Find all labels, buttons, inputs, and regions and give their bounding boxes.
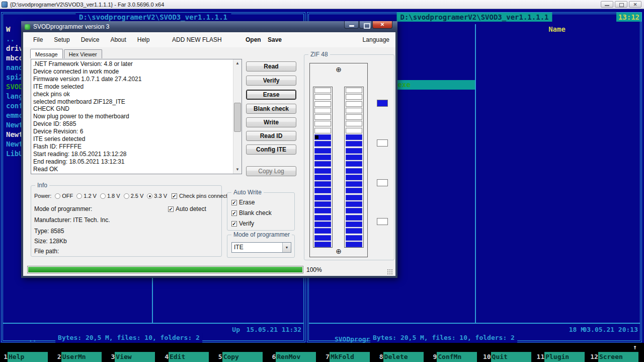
tab-hex-viewer[interactable]: Hex Viewer [64,49,102,58]
radio-icon [147,193,152,199]
close-icon[interactable] [629,1,641,8]
log-line: ITE series detected [33,135,231,143]
file-item-mbcc[interactable]: mbcc [6,53,23,63]
history-arrow-icon[interactable]: ↑ [633,343,637,352]
keybar-screen[interactable]: 12Screen [590,352,644,362]
command-line[interactable]: D:\svodprogramerV2\SVOD3_ver1.1.1.1> ↑ [0,343,644,352]
radio-label: 2.5 V [131,193,144,199]
power-label: Power: [34,193,51,199]
keybar-number: 10 [483,352,491,362]
log-line: Device Revision: 6 [33,128,231,135]
pin-marker-dot [315,135,318,139]
read-button[interactable]: Read [246,61,296,71]
log-line: Now plug power to the motherboard [33,113,231,120]
auto-write-blank-check[interactable]: Blank check [231,209,294,216]
menu-help[interactable]: Help [137,32,150,47]
check-pins-option[interactable]: Check pins connect [172,193,227,199]
menu-add-new-flash[interactable]: ADD NEW FLASH [172,32,222,47]
resize-grip[interactable] [387,269,392,274]
keybar-label: RenMov [276,352,316,362]
file-item-newt[interactable]: Newt [6,139,23,149]
file-item-libu[interactable]: LibU [6,149,23,159]
minimize-icon[interactable] [601,1,613,8]
auto-detect-option[interactable]: Auto detect [168,205,206,212]
menu-about[interactable]: About [110,32,126,47]
menu-save[interactable]: Save [268,32,282,47]
keybar-quit[interactable]: 10Quit [483,352,537,362]
power-radio-3-3-v[interactable]: 3.3 V [147,193,167,199]
pin-slot [346,181,362,187]
file-item-spi2[interactable]: spi2 [6,73,23,82]
file-item-newt[interactable]: Newt [6,130,23,139]
keybar-label: Help [8,352,48,362]
verify-button[interactable]: Verify [246,76,296,86]
menu-open[interactable]: Open [246,32,261,47]
menu-language[interactable]: Language [363,32,389,47]
read-id-button[interactable]: Read ID [246,131,296,141]
config-ite-button[interactable]: Config ITE [246,144,296,155]
keybar-confmn[interactable]: 9ConfMn [429,352,483,362]
power-radio-off[interactable]: OFF [55,193,73,199]
erase-button[interactable]: Erase [246,90,296,100]
file-item-newt[interactable]: Newt [6,120,23,130]
restore-icon[interactable] [615,1,627,8]
pin-slot [346,242,362,247]
message-log[interactable]: ▲ ▼ .NET Framework Version: 4.8 or later… [31,59,242,174]
mode-of-programmer-select[interactable]: ITE ▼ [231,242,291,253]
right-panel-path[interactable]: D:\svodprogramerV2\SVOD3_ver1.1.1.1 [396,13,552,22]
file-item-nand[interactable]: nand [6,63,23,73]
file-item-lang[interactable]: lang [6,92,23,101]
pin-slot [346,175,362,180]
close-icon[interactable] [372,21,392,29]
power-radio-1-2-v[interactable]: 1.2 V [76,193,97,199]
left-panel-path[interactable]: D:\svodprogramerV2\SVOD3_ver1.1.1.1 [75,13,231,22]
scroll-down-icon[interactable]: ▼ [233,166,242,174]
keybar-label: ConfMn [437,352,477,362]
scrollbar-thumb[interactable] [234,103,241,132]
left-status-filename: .. [29,335,37,343]
minimize-icon[interactable] [344,21,359,29]
keybar-label: Copy [222,352,263,362]
menu-setup[interactable]: Setup [54,32,69,47]
chevron-down-icon[interactable]: ▼ [282,243,291,252]
log-scrollbar[interactable]: ▲ ▼ [233,59,242,174]
os-window-buttons [601,1,644,8]
scroll-up-icon[interactable]: ▲ [233,59,242,67]
menu-device[interactable]: Device [81,32,100,47]
auto-write-erase[interactable]: Erase [231,199,294,206]
keybar-mkfold[interactable]: 7MkFold [322,352,376,362]
file-item-emmc[interactable]: emmc [6,111,23,120]
menu-file[interactable]: File [33,32,43,47]
pin-slot [346,215,362,221]
keybar-number: 7 [322,352,330,362]
info-group: Info Power: OFF1.2 V1.8 V2.5 V3.3 V Chec… [31,185,222,257]
auto-write-verify[interactable]: Verify [231,220,294,227]
keybar-edit[interactable]: 4Edit [161,352,215,362]
keybar-plugin[interactable]: 11Plugin [537,352,591,362]
tab-message[interactable]: Message [30,49,63,58]
blank-check-button[interactable]: Blank check [246,104,296,114]
pin-slot [346,201,362,207]
write-button[interactable]: Write [246,117,296,127]
file-item-svod[interactable]: SVOD [6,82,23,92]
keybar-view[interactable]: 3View [107,352,161,362]
file-item-conf[interactable]: conf [6,101,23,111]
dialog-titlebar[interactable]: SVODprogrammer version 3 [21,21,397,32]
file-item-driv[interactable]: driv [6,44,23,53]
checkbox-label: Blank check [239,209,272,216]
radio-label: 1.2 V [84,193,97,199]
copy-log-button[interactable]: Copy Log [246,166,296,176]
power-radio-2-5-v[interactable]: 2.5 V [124,193,144,199]
keybar-delete[interactable]: 8Delete [376,352,430,362]
keybar-copy[interactable]: 5Copy [215,352,269,362]
maximize-icon[interactable] [359,21,372,29]
keybar-help[interactable]: 1Help [0,352,54,362]
right-panel-footer: Bytes: 20,5 M, files: 10, folders: 2 [370,333,517,342]
keybar-usermn[interactable]: 2UserMn [54,352,108,362]
radio-icon [124,193,129,199]
keybar-renmov[interactable]: 6RenMov [268,352,322,362]
power-radio-1-8-v[interactable]: 1.8 V [100,193,120,199]
file-item--[interactable]: .. [6,34,23,44]
pin-slot [346,168,362,174]
pin-slot [346,134,362,140]
